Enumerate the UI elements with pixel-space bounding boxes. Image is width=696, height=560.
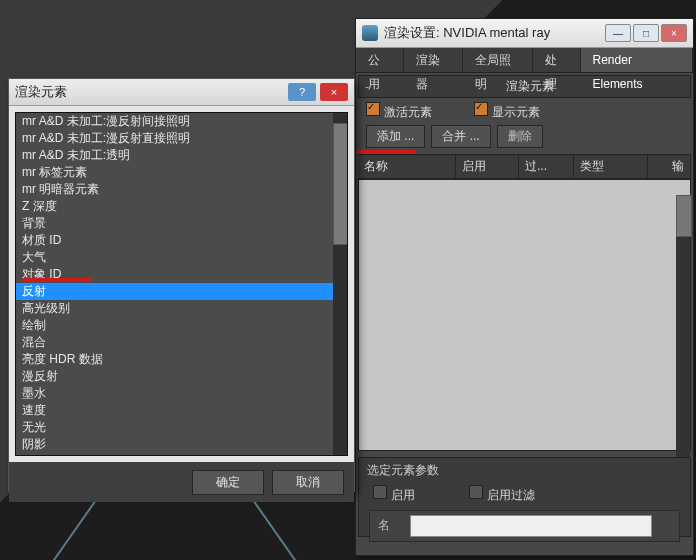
app-icon — [362, 25, 378, 41]
element-list-scrollbar[interactable] — [676, 195, 690, 465]
list-item[interactable]: 照度 HDR 数据 — [16, 453, 347, 456]
output-path-input[interactable] — [410, 515, 652, 537]
ok-button[interactable]: 确定 — [192, 470, 264, 495]
group-title: 渲染元素 — [375, 78, 684, 95]
window-buttons: — □ × — [605, 24, 687, 42]
dialog-close-button[interactable]: × — [320, 83, 348, 101]
render-elements-panel: - 渲染元素 激活元素 显示元素 添加 ... 合并 ... 删除 名称 启用 … — [356, 73, 693, 555]
close-button[interactable]: × — [661, 24, 687, 42]
list-item[interactable]: 墨水 — [16, 385, 347, 402]
enable-checkbox[interactable]: 启用 — [373, 485, 415, 504]
list-item[interactable]: 亮度 HDR 数据 — [16, 351, 347, 368]
element-list-header: 名称 启用 过... 类型 输 — [358, 154, 691, 179]
list-item[interactable]: mr 标签元素 — [16, 164, 347, 181]
header-output[interactable]: 输 — [648, 155, 691, 178]
render-elements-dialog: 渲染元素 ? × mr A&D 未加工:漫反射间接照明mr A&D 未加工:漫反… — [8, 78, 355, 492]
checkbox-row: 激活元素 显示元素 — [356, 100, 693, 123]
display-elements-label: 显示元素 — [492, 105, 540, 119]
header-enable[interactable]: 启用 — [456, 155, 519, 178]
output-group: 名 — [369, 510, 680, 542]
list-item[interactable]: 材质 ID — [16, 232, 347, 249]
render-setup-tabs: 公用 渲染器 全局照明 处理 Render Elements — [356, 48, 693, 73]
list-item[interactable]: 大气 — [16, 249, 347, 266]
checkbox-icon — [373, 485, 387, 499]
list-item[interactable]: mr A&D 未加工:漫反射间接照明 — [16, 113, 347, 130]
render-setup-titlebar[interactable]: 渲染设置: NVIDIA mental ray — □ × — [356, 19, 693, 48]
activate-elements-label: 激活元素 — [384, 105, 432, 119]
render-setup-title: 渲染设置: NVIDIA mental ray — [384, 24, 605, 42]
list-item[interactable]: mr A&D 未加工:透明 — [16, 147, 347, 164]
tab-render-elements[interactable]: Render Elements — [581, 48, 693, 72]
list-item[interactable]: mr A&D 未加工:漫反射直接照明 — [16, 130, 347, 147]
scrollbar-thumb[interactable] — [676, 195, 692, 237]
minimize-button[interactable]: — — [605, 24, 631, 42]
buttons-row: 添加 ... 合并 ... 删除 — [356, 123, 693, 150]
element-list-body[interactable] — [358, 179, 691, 451]
list-item[interactable]: 反射 — [16, 283, 347, 300]
dialog-window-buttons: ? × — [288, 83, 348, 101]
merge-button[interactable]: 合并 ... — [431, 125, 490, 148]
display-elements-checkbox[interactable]: 显示元素 — [474, 102, 540, 121]
output-label: 名 — [378, 517, 390, 534]
collapse-icon: - — [365, 80, 369, 94]
tab-processing[interactable]: 处理 — [533, 48, 581, 72]
list-item[interactable]: 混合 — [16, 334, 347, 351]
selected-element-params: 选定元素参数 启用 启用过滤 名 — [358, 457, 691, 537]
enable-label: 启用 — [391, 488, 415, 502]
selected-params-title: 选定元素参数 — [359, 458, 690, 483]
maximize-button[interactable]: □ — [633, 24, 659, 42]
tab-global-illum[interactable]: 全局照明 — [463, 48, 533, 72]
cancel-button[interactable]: 取消 — [272, 470, 344, 495]
list-item[interactable]: 阴影 — [16, 436, 347, 453]
dialog-titlebar[interactable]: 渲染元素 ? × — [9, 79, 354, 106]
header-filter[interactable]: 过... — [519, 155, 574, 178]
tab-renderer[interactable]: 渲染器 — [404, 48, 463, 72]
dialog-buttons: 确定 取消 — [9, 462, 354, 502]
checkbox-icon — [469, 485, 483, 499]
list-item[interactable]: 高光级别 — [16, 300, 347, 317]
enable-filter-checkbox[interactable]: 启用过滤 — [469, 485, 535, 504]
add-button[interactable]: 添加 ... — [366, 125, 425, 148]
list-item[interactable]: 速度 — [16, 402, 347, 419]
activate-elements-checkbox[interactable]: 激活元素 — [366, 102, 432, 121]
render-setup-window: 渲染设置: NVIDIA mental ray — □ × 公用 渲染器 全局照… — [355, 18, 694, 556]
header-type[interactable]: 类型 — [574, 155, 648, 178]
checkbox-icon — [366, 102, 380, 116]
element-type-list[interactable]: mr A&D 未加工:漫反射间接照明mr A&D 未加工:漫反射直接照明mr A… — [15, 112, 348, 456]
dialog-title: 渲染元素 — [15, 83, 288, 101]
help-button[interactable]: ? — [288, 83, 316, 101]
list-item[interactable]: Z 深度 — [16, 198, 347, 215]
group-header[interactable]: - 渲染元素 — [358, 75, 691, 98]
list-item[interactable]: 无光 — [16, 419, 347, 436]
list-scrollbar[interactable] — [333, 113, 347, 455]
annotation-mark — [22, 278, 92, 282]
delete-button[interactable]: 删除 — [497, 125, 543, 148]
header-name[interactable]: 名称 — [358, 155, 456, 178]
enable-filter-label: 启用过滤 — [487, 488, 535, 502]
list-item[interactable]: 绘制 — [16, 317, 347, 334]
checkbox-icon — [474, 102, 488, 116]
list-item[interactable]: 漫反射 — [16, 368, 347, 385]
list-item[interactable]: mr 明暗器元素 — [16, 181, 347, 198]
tab-common[interactable]: 公用 — [356, 48, 404, 72]
annotation-mark — [356, 150, 416, 154]
scrollbar-thumb[interactable] — [333, 123, 348, 245]
list-item[interactable]: 背景 — [16, 215, 347, 232]
